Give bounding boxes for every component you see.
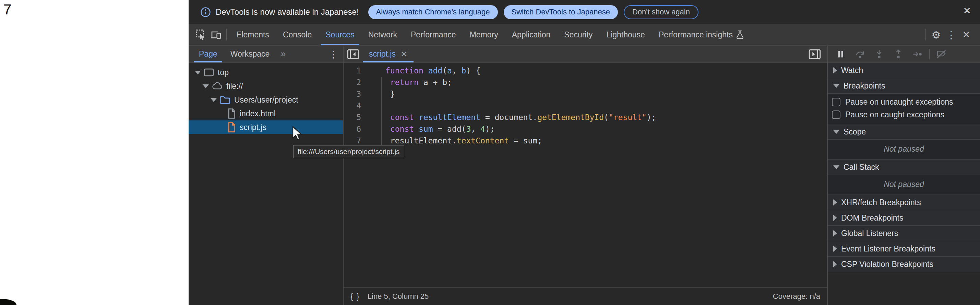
section-header-call-stack[interactable]: Call Stack <box>828 160 980 175</box>
section-content: Not paused <box>828 140 980 160</box>
navigator-kebab-icon[interactable]: ⋮ <box>329 49 338 60</box>
section-content: Not paused <box>828 175 980 195</box>
kebab-menu-icon[interactable]: ⋮ <box>943 29 959 41</box>
triangle-right-icon <box>833 67 837 73</box>
screen: 7 DevTools is now available in Japanese!… <box>0 0 980 305</box>
tab-page[interactable]: Page <box>195 46 221 62</box>
code-line-6[interactable]: 6 const sum = add(3, 4); <box>344 123 827 135</box>
checkbox[interactable] <box>832 110 840 119</box>
experiment-flask-icon <box>736 30 744 39</box>
mouse-cursor <box>291 126 303 143</box>
toggle-debugger-sidebar-icon[interactable] <box>805 46 824 62</box>
section-header-scope[interactable]: Scope <box>828 124 980 140</box>
not-paused-message: Not paused <box>828 175 980 195</box>
step-into-icon[interactable] <box>870 47 889 62</box>
panel-tab-performance[interactable]: Performance <box>404 24 463 45</box>
code-line-7[interactable]: 7 resultElement.textContent = sum; <box>344 135 827 147</box>
tree-item-top[interactable]: top <box>189 65 343 79</box>
file-icon <box>228 109 236 119</box>
checkbox-row-pause-on-uncaught-exceptions[interactable]: Pause on uncaught exceptions <box>828 96 980 109</box>
deactivate-breakpoints-icon[interactable] <box>932 47 951 62</box>
cloud-icon <box>212 82 223 90</box>
code-line-4[interactable]: 4 <box>344 100 827 112</box>
tab-workspace[interactable]: Workspace <box>226 46 274 62</box>
panel-tab-security[interactable]: Security <box>557 24 600 45</box>
panel-tab-network[interactable]: Network <box>361 24 404 45</box>
cursor-position: Line 5, Column 25 <box>368 292 429 301</box>
pause-icon[interactable] <box>831 47 850 62</box>
tree-item-index-html[interactable]: index.html <box>189 107 343 120</box>
notification-button[interactable]: Always match Chrome's language <box>368 5 498 19</box>
line-number[interactable]: 7 <box>344 135 369 147</box>
file-js-icon <box>228 122 236 133</box>
editor-tab-scriptjs[interactable]: script.js ✕ <box>363 46 414 62</box>
expand-triangle-icon[interactable] <box>203 85 209 88</box>
tab-close-icon[interactable]: ✕ <box>401 50 407 59</box>
expand-triangle-icon[interactable] <box>195 71 201 75</box>
tree-item-script-js[interactable]: script.js <box>189 120 343 134</box>
section-header-xhr-fetch-breakpoints[interactable]: XHR/fetch Breakpoints <box>828 195 980 210</box>
code-line-1[interactable]: 1function add(a, b) { <box>344 65 827 77</box>
more-tabs-icon[interactable]: » <box>278 46 288 62</box>
panel-tab-console[interactable]: Console <box>276 24 318 45</box>
line-number[interactable]: 3 <box>344 88 369 100</box>
panel-tab-elements[interactable]: Elements <box>229 24 276 45</box>
section-label: Watch <box>841 66 863 75</box>
gear-icon[interactable]: ⚙ <box>929 29 943 41</box>
panel-tab-sources[interactable]: Sources <box>318 24 361 45</box>
breakpoints-options: Pause on uncaught exceptionsPause on cau… <box>828 94 980 124</box>
checkbox-row-pause-on-caught-exceptions[interactable]: Pause on caught exceptions <box>828 109 980 121</box>
device-toolbar-icon[interactable] <box>208 27 224 42</box>
close-icon[interactable]: ✕ <box>963 5 971 16</box>
tree-item-file-[interactable]: file:// <box>189 79 343 93</box>
section-label: Scope <box>843 127 866 137</box>
section-label: XHR/fetch Breakpoints <box>841 198 921 207</box>
panel-tab-application[interactable]: Application <box>505 24 558 45</box>
panel-tab-performance-insights[interactable]: Performance insights <box>652 24 751 45</box>
line-number[interactable]: 1 <box>344 65 369 77</box>
line-number[interactable]: 5 <box>344 112 369 123</box>
close-devtools-icon[interactable]: ✕ <box>959 29 974 40</box>
section-header-global-listeners[interactable]: Global Listeners <box>828 226 980 241</box>
code-text: function add(a, b) { <box>369 65 480 77</box>
section-label: Call Stack <box>843 163 879 172</box>
panel-tab-lighthouse[interactable]: Lighthouse <box>600 24 652 45</box>
code-text: const sum = add(3, 4); <box>369 123 495 135</box>
inspect-element-icon[interactable] <box>193 27 208 42</box>
notification-button[interactable]: Don't show again <box>624 5 698 19</box>
expand-triangle-icon[interactable] <box>210 98 217 102</box>
section-header-breakpoints[interactable]: Breakpoints <box>828 78 980 94</box>
triangle-down-icon <box>833 84 839 88</box>
section-header-watch[interactable]: Watch <box>828 63 980 78</box>
toolbar-right-icons: ⚙ ⋮ ✕ <box>923 24 980 45</box>
section-header-dom-breakpoints[interactable]: DOM Breakpoints <box>828 210 980 226</box>
checkbox[interactable] <box>832 98 840 106</box>
devtools-window: DevTools is now available in Japanese! A… <box>189 0 980 305</box>
triangle-right-icon <box>833 246 837 252</box>
step-over-icon[interactable] <box>850 47 870 62</box>
sources-panel: Page Workspace » ⋮ topfile://Users/user/… <box>189 46 980 305</box>
line-number[interactable]: 2 <box>344 77 369 88</box>
panel-tab-memory[interactable]: Memory <box>463 24 505 45</box>
checkbox-label: Pause on caught exceptions <box>845 110 944 120</box>
toggle-navigator-icon[interactable] <box>344 46 363 62</box>
toolbar-divider <box>926 29 926 40</box>
not-paused-message: Not paused <box>828 140 980 159</box>
file-path-tooltip: file:///Users/user/project/script.js <box>293 145 404 158</box>
step-out-icon[interactable] <box>889 47 908 62</box>
line-number[interactable]: 4 <box>344 100 369 112</box>
code-line-2[interactable]: 2 return a + b; <box>344 77 827 88</box>
frame-icon <box>204 68 214 77</box>
code-line-5[interactable]: 5 const resultElement = document.getElem… <box>344 112 827 123</box>
tree-item-users-user-project[interactable]: Users/user/project <box>189 93 343 107</box>
section-label: DOM Breakpoints <box>841 213 904 223</box>
line-number[interactable]: 6 <box>344 123 369 135</box>
code-line-3[interactable]: 3 } <box>344 88 827 100</box>
notification-button[interactable]: Switch DevTools to Japanese <box>504 5 618 19</box>
pretty-print-icon[interactable]: { } <box>350 292 360 301</box>
triangle-right-icon <box>833 230 837 236</box>
code-editor[interactable]: 1function add(a, b) {2 return a + b;3 }4… <box>344 63 827 287</box>
section-header-event-listener-breakpoints[interactable]: Event Listener Breakpoints <box>828 241 980 257</box>
section-header-csp-violation-breakpoints[interactable]: CSP Violation Breakpoints <box>828 257 980 272</box>
step-icon[interactable] <box>908 47 927 62</box>
